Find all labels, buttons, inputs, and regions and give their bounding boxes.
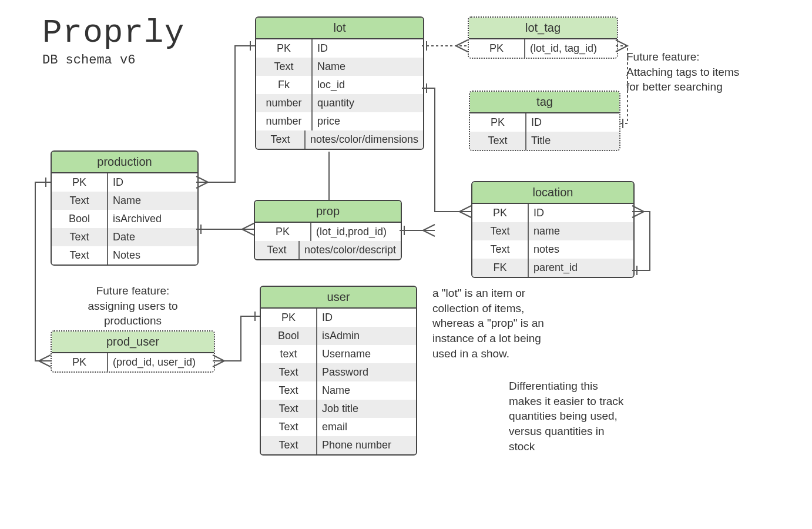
column-name: ID — [108, 173, 197, 192]
note-users-future: Future feature:assigning users toproduct… — [74, 283, 192, 329]
column-type: Text — [261, 418, 317, 436]
column-type: Text — [52, 228, 108, 246]
entity-location-rows: PKIDTextnameTextnotesFKparent_id — [472, 204, 633, 277]
table-row: TextName — [52, 192, 197, 210]
table-row: TextDate — [52, 228, 197, 246]
entity-tag-header: tag — [470, 92, 619, 113]
column-name: name — [529, 222, 633, 240]
table-row: BoolisAdmin — [261, 327, 416, 345]
entity-prod-user: prod_user PK(prod_id, user_id) — [51, 330, 215, 373]
table-row: PK(prod_id, user_id) — [52, 353, 214, 371]
table-row: numberquantity — [256, 94, 423, 112]
note-tags-future: Future feature:Attaching tags to itemsfo… — [626, 49, 739, 95]
table-row: PK(lot_id, tag_id) — [469, 39, 617, 58]
column-name: loc_id — [313, 76, 423, 94]
column-type: Text — [261, 436, 317, 454]
table-row: PKID — [470, 113, 619, 132]
column-type: Fk — [256, 76, 313, 94]
column-name: notes/color/descript — [300, 241, 401, 259]
entity-location-header: location — [472, 182, 633, 204]
column-type: Text — [52, 246, 108, 264]
column-name: ID — [526, 113, 619, 132]
column-type: PK — [469, 39, 525, 58]
column-name: Date — [108, 228, 197, 246]
column-type: Text — [261, 363, 317, 381]
column-type: Text — [261, 381, 317, 400]
table-row: TextName — [256, 58, 423, 76]
column-type: FK — [472, 259, 529, 277]
subtitle-text: DB schema v6 — [42, 53, 184, 68]
entity-prod-user-header: prod_user — [52, 332, 214, 353]
column-name: Name — [313, 58, 423, 76]
table-row: TextPassword — [261, 363, 416, 381]
column-name: price — [313, 112, 423, 130]
entity-prop-header: prop — [255, 201, 401, 223]
column-name: (lot_id, tag_id) — [525, 39, 617, 58]
column-type: PK — [472, 204, 529, 222]
column-type: Text — [255, 241, 300, 259]
table-row: TextPhone number — [261, 436, 416, 454]
diagram-title: Proprly DB schema v6 — [42, 14, 184, 68]
table-row: numberprice — [256, 112, 423, 130]
entity-production-rows: PKIDTextNameBoolisArchivedTextDateTextNo… — [52, 173, 197, 264]
column-type: Text — [256, 58, 313, 76]
table-row: BoolisArchived — [52, 210, 197, 228]
table-row: TextTitle — [470, 132, 619, 150]
column-type: PK — [52, 353, 108, 371]
entity-lot-tag-rows: PK(lot_id, tag_id) — [469, 39, 617, 58]
entity-prod-user-rows: PK(prod_id, user_id) — [52, 353, 214, 371]
column-type: Bool — [52, 210, 108, 228]
entity-prop-rows: PK(lot_id,prod_id)Textnotes/color/descri… — [255, 223, 401, 259]
entity-lot-rows: PKIDTextNameFkloc_idnumberquantitynumber… — [256, 39, 423, 149]
column-name: (lot_id,prod_id) — [311, 223, 401, 241]
column-name: Username — [317, 345, 416, 363]
table-row: textUsername — [261, 345, 416, 363]
column-type: text — [261, 345, 317, 363]
column-type: PK — [261, 309, 317, 327]
column-type: Text — [470, 132, 526, 150]
column-type: PK — [256, 39, 313, 58]
column-name: Notes — [108, 246, 197, 264]
table-row: TextNotes — [52, 246, 197, 264]
column-type: PK — [470, 113, 526, 132]
entity-tag: tag PKIDTextTitle — [469, 91, 620, 151]
table-row: TextName — [261, 381, 416, 400]
entity-lot-tag-header: lot_tag — [469, 18, 617, 39]
entity-user: user PKIDBoolisAdmintextUsernameTextPass… — [260, 286, 417, 456]
table-row: PKID — [52, 173, 197, 192]
table-row: Fkloc_id — [256, 76, 423, 94]
entity-production: production PKIDTextNameBoolisArchivedTex… — [51, 150, 199, 266]
column-name: (prod_id, user_id) — [108, 353, 214, 371]
column-name: ID — [317, 309, 416, 327]
column-type: Bool — [261, 327, 317, 345]
column-name: ID — [313, 39, 423, 58]
column-name: ID — [529, 204, 633, 222]
entity-lot: lot PKIDTextNameFkloc_idnumberquantitynu… — [255, 16, 424, 150]
table-row: PKID — [261, 309, 416, 327]
column-name: notes — [529, 240, 633, 259]
column-name: isAdmin — [317, 327, 416, 345]
column-name: notes/color/dimensions — [306, 130, 423, 149]
column-name: Phone number — [317, 436, 416, 454]
column-name: email — [317, 418, 416, 436]
column-name: Job title — [317, 400, 416, 418]
column-name: Password — [317, 363, 416, 381]
entity-production-header: production — [52, 152, 197, 173]
column-type: Text — [256, 130, 306, 149]
table-row: Textemail — [261, 418, 416, 436]
entity-lot-tag: lot_tag PK(lot_id, tag_id) — [468, 16, 618, 59]
column-type: Text — [52, 192, 108, 210]
column-type: Text — [261, 400, 317, 418]
table-row: Textnotes/color/descript — [255, 241, 401, 259]
column-name: Name — [108, 192, 197, 210]
entity-lot-header: lot — [256, 18, 423, 39]
column-name: quantity — [313, 94, 423, 112]
column-name: Name — [317, 381, 416, 400]
column-type: Text — [472, 222, 529, 240]
diagram-canvas: Proprly DB schema v6 lot PKIDTextNameFkl… — [0, 0, 812, 529]
note-diff-desc: Differentiating thismakes it easier to t… — [509, 379, 623, 454]
table-row: Textnotes — [472, 240, 633, 259]
entity-location: location PKIDTextnameTextnotesFKparent_i… — [471, 181, 635, 278]
table-row: FKparent_id — [472, 259, 633, 277]
column-name: Title — [526, 132, 619, 150]
